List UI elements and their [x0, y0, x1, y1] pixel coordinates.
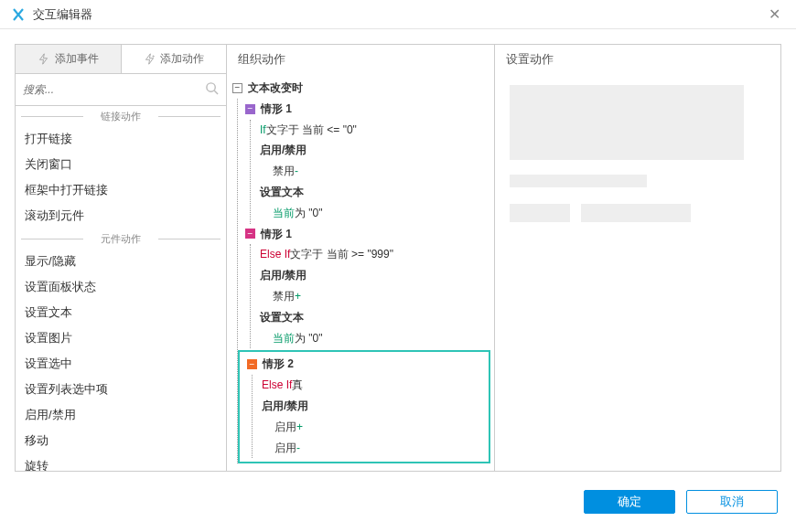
group-header-widget: 元件动作	[16, 229, 226, 249]
tree-action-detail[interactable]: 当前 为 "0"	[251, 203, 494, 224]
placeholder-block	[510, 85, 744, 160]
tab-add-event[interactable]: 添加事件	[16, 45, 122, 73]
action-item[interactable]: 设置列表选中项	[16, 377, 226, 402]
tree-action[interactable]: 启用/禁用	[251, 140, 494, 161]
tree-condition[interactable]: If 文字于 当前 <= "0"	[251, 120, 494, 141]
panel-header: 设置动作	[495, 45, 780, 74]
actions-panel: 添加事件 + 添加动作 链接动作 打开链接 关闭窗口 框架中打开链接 滚动到元件…	[15, 44, 227, 472]
app-logo-icon	[11, 7, 26, 22]
ok-button[interactable]: 确定	[584, 490, 675, 514]
action-item[interactable]: 关闭窗口	[16, 152, 226, 177]
cancel-button[interactable]: 取消	[686, 490, 778, 514]
tree-action-detail[interactable]: 启用 +	[253, 417, 489, 438]
action-list: 链接动作 打开链接 关闭窗口 框架中打开链接 滚动到元件 元件动作 显示/隐藏 …	[16, 105, 226, 471]
action-item[interactable]: 设置文本	[16, 300, 226, 325]
tree-action[interactable]: 设置文本	[251, 182, 494, 203]
action-item[interactable]: 滚动到元件	[16, 203, 226, 229]
tab-label: 添加动作	[160, 51, 204, 67]
panel-header: 组织动作	[227, 45, 494, 74]
tab-add-action[interactable]: + 添加动作	[122, 45, 227, 73]
tree-action[interactable]: 启用/禁用	[251, 265, 494, 286]
bolt-plus-icon: +	[143, 53, 156, 66]
action-item[interactable]: 旋转	[16, 453, 226, 471]
action-item[interactable]: 打开链接	[16, 126, 226, 152]
tree-action-detail[interactable]: 当前 为 "0"	[251, 328, 494, 349]
action-item[interactable]: 移动	[16, 428, 226, 453]
tree-case-selected[interactable]: − 情形 2 Else If 真 启用/禁用 启用 +	[238, 350, 490, 463]
tree-event[interactable]: − 文本改变时	[232, 78, 494, 99]
action-item[interactable]: 设置选中	[16, 351, 226, 377]
tree-action-detail[interactable]: 禁用 -	[251, 161, 494, 182]
search-icon[interactable]	[205, 81, 219, 98]
group-header-link: 链接动作	[16, 106, 226, 126]
tree-condition[interactable]: Else If 文字于 当前 >= "999"	[251, 244, 494, 265]
tree-action-detail[interactable]: 禁用 +	[251, 286, 494, 307]
placeholder-chip	[581, 204, 691, 222]
collapse-icon[interactable]: −	[245, 104, 255, 114]
action-item[interactable]: 显示/隐藏	[16, 249, 226, 274]
lightning-icon	[38, 53, 50, 66]
tree-action-detail[interactable]: 启用 -	[253, 438, 489, 459]
tree-action[interactable]: 设置文本	[251, 307, 494, 328]
svg-line-2	[214, 90, 218, 94]
close-icon[interactable]: ✕	[763, 4, 785, 26]
tree-case[interactable]: − 情形 1	[238, 99, 494, 120]
svg-point-1	[207, 83, 215, 91]
interaction-tree: − 文本改变时 − 情形 1 If 文字于 当前 <= "0" 启用/禁用 禁用	[227, 74, 494, 474]
collapse-icon[interactable]: −	[232, 83, 242, 93]
action-item[interactable]: 启用/禁用	[16, 402, 226, 428]
tab-label: 添加事件	[55, 51, 99, 67]
placeholder-chip	[510, 204, 570, 222]
tree-condition[interactable]: Else If 真	[253, 375, 489, 396]
action-item[interactable]: 框架中打开链接	[16, 177, 226, 203]
svg-text:+: +	[152, 53, 156, 59]
collapse-icon[interactable]: −	[245, 229, 255, 239]
tree-case[interactable]: − 情形 1	[238, 224, 494, 245]
action-item[interactable]: 设置图片	[16, 325, 226, 351]
window-title: 交互编辑器	[33, 6, 763, 23]
settings-panel: 设置动作	[495, 44, 781, 472]
organize-panel: 组织动作 − 文本改变时 − 情形 1 If 文字于 当前 <= "0" 启用/…	[227, 44, 495, 472]
tree-action[interactable]: 启用/禁用	[253, 396, 489, 417]
search-input[interactable]	[23, 83, 205, 96]
collapse-icon[interactable]: −	[247, 359, 257, 369]
placeholder-line	[510, 175, 647, 187]
action-item[interactable]: 设置面板状态	[16, 274, 226, 300]
